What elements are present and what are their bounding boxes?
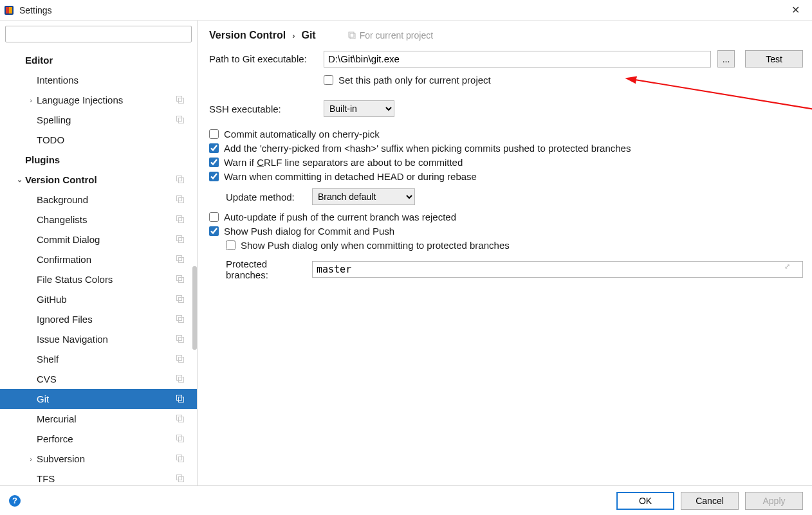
commit-auto-label: Commit automatically on cherry-pick bbox=[224, 129, 380, 140]
sidebar-item-label: Version Control bbox=[25, 174, 97, 185]
svg-rect-28 bbox=[179, 377, 184, 383]
sidebar-item-intentions[interactable]: Intentions bbox=[0, 70, 197, 90]
only-project-checkbox[interactable] bbox=[324, 75, 333, 85]
breadcrumb-group: Version Control bbox=[209, 30, 286, 41]
chevron-right-icon: › bbox=[292, 31, 295, 41]
project-scope-icon bbox=[176, 96, 184, 104]
sidebar-item-git[interactable]: Git bbox=[0, 389, 197, 409]
sidebar-item-shelf[interactable]: Shelf bbox=[0, 349, 197, 369]
detached-checkbox[interactable] bbox=[209, 172, 219, 181]
show-push-protected-checkbox[interactable] bbox=[226, 240, 235, 250]
svg-rect-35 bbox=[177, 455, 182, 460]
svg-rect-29 bbox=[177, 395, 182, 401]
svg-rect-22 bbox=[179, 318, 184, 323]
show-push-protected-label: Show Push dialog only when committing to… bbox=[241, 240, 510, 251]
svg-rect-33 bbox=[177, 435, 182, 440]
ssh-select[interactable]: Built-in bbox=[324, 100, 394, 117]
sidebar-item-label: Background bbox=[37, 194, 88, 205]
ssh-label: SSH executable: bbox=[209, 104, 317, 114]
sidebar-item-perforce[interactable]: Perforce bbox=[0, 429, 197, 449]
sidebar-item-label: Issue Navigation bbox=[37, 334, 108, 345]
sidebar-item-ignored-files[interactable]: Ignored Files bbox=[0, 309, 197, 329]
project-scope-icon bbox=[176, 255, 184, 263]
sidebar-item-label: File Status Colors bbox=[37, 274, 113, 285]
sidebar-item-cvs[interactable]: CVS bbox=[0, 369, 197, 389]
sidebar-item-label: Shelf bbox=[37, 354, 59, 365]
sidebar-item-background[interactable]: Background bbox=[0, 190, 197, 210]
auto-update-label: Auto-update if push of the current branc… bbox=[224, 212, 456, 222]
settings-tree: EditorIntentions›Language InjectionsSpel… bbox=[0, 48, 197, 485]
show-push-label: Show Push dialog for Commit and Push bbox=[224, 226, 394, 237]
project-scope-icon bbox=[176, 116, 184, 123]
breadcrumb: Version Control › Git For current projec… bbox=[209, 30, 803, 50]
only-project-label: Set this path only for current project bbox=[338, 75, 491, 86]
sidebar-item-label: TODO bbox=[37, 134, 64, 145]
svg-rect-14 bbox=[179, 238, 184, 243]
sidebar-item-todo[interactable]: TODO bbox=[0, 130, 197, 150]
sidebar-item-subversion[interactable]: ›Subversion bbox=[0, 449, 197, 469]
svg-rect-5 bbox=[177, 116, 182, 122]
svg-rect-25 bbox=[177, 356, 182, 361]
sidebar-item-label: GitHub bbox=[37, 294, 67, 305]
commit-auto-checkbox[interactable] bbox=[209, 129, 219, 139]
dialog-footer: ? OK Cancel Apply bbox=[0, 485, 812, 515]
svg-rect-32 bbox=[179, 417, 184, 422]
apply-button[interactable]: Apply bbox=[745, 492, 803, 510]
protected-branches-input[interactable] bbox=[312, 261, 803, 278]
sidebar-item-tfs[interactable]: TFS bbox=[0, 469, 197, 485]
close-icon[interactable]: ✕ bbox=[782, 4, 808, 16]
project-scope-icon bbox=[176, 355, 184, 363]
sidebar-item-issue-navigation[interactable]: Issue Navigation bbox=[0, 329, 197, 349]
sidebar-item-file-status-colors[interactable]: File Status Colors bbox=[0, 269, 197, 289]
sidebar-item-confirmation[interactable]: Confirmation bbox=[0, 249, 197, 269]
scrollbar-thumb[interactable] bbox=[192, 266, 197, 350]
svg-rect-20 bbox=[179, 298, 184, 303]
sidebar-item-plugins[interactable]: Plugins bbox=[0, 150, 197, 170]
update-method-select[interactable]: Branch default bbox=[312, 188, 415, 205]
svg-rect-18 bbox=[179, 278, 184, 283]
git-path-input[interactable] bbox=[324, 51, 711, 68]
sidebar-item-label: Editor bbox=[25, 55, 53, 66]
sidebar-item-label: Changelists bbox=[37, 214, 87, 225]
sidebar-item-editor[interactable]: Editor bbox=[0, 50, 197, 70]
project-scope-icon bbox=[176, 176, 184, 183]
svg-rect-34 bbox=[179, 437, 184, 442]
svg-rect-8 bbox=[179, 178, 184, 183]
svg-rect-37 bbox=[177, 475, 182, 480]
browse-button[interactable]: ... bbox=[717, 50, 735, 68]
chevron-icon: › bbox=[26, 455, 35, 463]
sidebar-item-label: Mercurial bbox=[37, 413, 77, 424]
project-scope-icon bbox=[176, 375, 184, 383]
show-push-checkbox[interactable] bbox=[209, 226, 219, 236]
ok-button[interactable]: OK bbox=[616, 492, 674, 510]
search-input[interactable] bbox=[5, 26, 192, 42]
sidebar-item-commit-dialog[interactable]: Commit Dialog bbox=[0, 230, 197, 249]
svg-rect-21 bbox=[177, 316, 182, 321]
sidebar-item-label: Git bbox=[37, 393, 49, 404]
sidebar-item-spelling[interactable]: Spelling bbox=[0, 110, 197, 130]
cherry-suffix-checkbox[interactable] bbox=[209, 143, 219, 153]
cancel-button[interactable]: Cancel bbox=[681, 492, 739, 510]
update-label: Update method: bbox=[209, 192, 306, 203]
sidebar-item-label: Subversion bbox=[37, 453, 85, 464]
svg-rect-24 bbox=[179, 338, 184, 343]
svg-rect-19 bbox=[177, 296, 182, 301]
sidebar-item-language-injections[interactable]: ›Language Injections bbox=[0, 90, 197, 110]
chevron-icon: ⌄ bbox=[15, 176, 24, 184]
svg-rect-40 bbox=[350, 33, 355, 39]
titlebar: Settings ✕ bbox=[0, 0, 812, 21]
test-button[interactable]: Test bbox=[745, 50, 803, 68]
help-icon[interactable]: ? bbox=[9, 495, 21, 507]
detached-label: Warn when committing in detached HEAD or… bbox=[224, 171, 477, 182]
sidebar-item-github[interactable]: GitHub bbox=[0, 289, 197, 309]
path-label: Path to Git executable: bbox=[209, 53, 317, 64]
crlf-checkbox[interactable] bbox=[209, 158, 219, 167]
sidebar-item-label: TFS bbox=[37, 473, 55, 484]
svg-rect-2 bbox=[9, 7, 12, 14]
project-scope-icon bbox=[176, 474, 184, 482]
sidebar-item-version-control[interactable]: ⌄Version Control bbox=[0, 170, 197, 190]
sidebar-item-mercurial[interactable]: Mercurial bbox=[0, 409, 197, 429]
svg-rect-30 bbox=[179, 397, 184, 402]
sidebar-item-changelists[interactable]: Changelists bbox=[0, 210, 197, 230]
auto-update-checkbox[interactable] bbox=[209, 212, 219, 222]
